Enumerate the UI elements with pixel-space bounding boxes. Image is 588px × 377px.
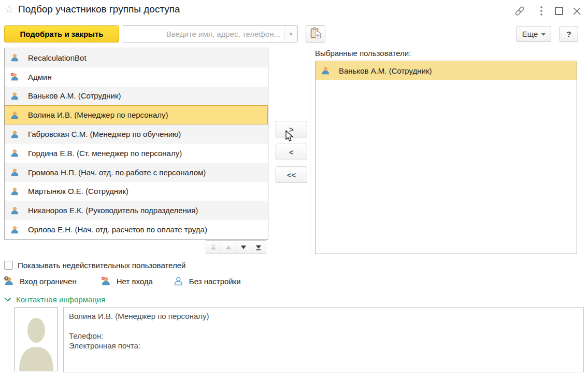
more-button[interactable]: Еще (517, 26, 551, 42)
list-item[interactable]: Ваньков А.М. (Сотрудник) (5, 87, 268, 106)
move-down-button[interactable] (236, 240, 251, 254)
user-icon (10, 92, 19, 100)
legend-label: Вход ограничен (20, 277, 77, 286)
list-item-label: Мартынюк О.Е. (Сотрудник) (28, 187, 128, 196)
list-item-label: Ваньков А.М. (Сотрудник) (28, 91, 121, 100)
list-item-label: Ваньков А.М. (Сотрудник) (339, 66, 432, 75)
user-status-legend: Вход ограниченНет входаБез настройки (4, 276, 241, 286)
user-icon (10, 53, 19, 62)
user-photo-placeholder (15, 307, 58, 371)
legend-item: Без настройки (174, 276, 241, 286)
person-silhouette-icon (15, 311, 58, 371)
user-icon (10, 130, 19, 138)
user-restricted-icon (4, 276, 14, 286)
user-icon (10, 168, 19, 176)
selected-users-label: Выбранные пользователи: (315, 49, 411, 58)
more-button-label: Еще (522, 30, 538, 38)
contact-info-line (69, 321, 578, 331)
list-item[interactable]: Габровская С.М. (Менеджер по обучению) (5, 124, 268, 144)
favorite-star-icon[interactable]: ☆ (4, 3, 14, 16)
list-item-label: Волина И.В. (Менеджер по персоналу) (28, 110, 168, 119)
list-item-label: RecalculationBot (28, 53, 87, 62)
show-invalid-users-checkbox[interactable] (4, 261, 13, 270)
list-item[interactable]: Громова Н.П. (Нач. отд. по работе с перс… (5, 163, 268, 182)
clipboard-paste-icon (310, 27, 321, 41)
list-item[interactable]: Гордина Е.В. (Ст. менеджер по персоналу) (5, 144, 268, 163)
list-item-label: Орлова Е.Н. (Нач. отд. расчетов по оплат… (28, 225, 207, 234)
close-icon[interactable] (570, 5, 583, 17)
chevron-collapse-icon (4, 297, 11, 302)
list-item[interactable]: RecalculationBot (5, 48, 268, 67)
user-no-entry-icon (101, 276, 111, 286)
contact-info-line: Электронная почта: (69, 341, 578, 351)
list-item[interactable]: Никаноров Е.К. (Руководитель подразделен… (5, 201, 268, 220)
down-arrow-icon (240, 244, 247, 250)
user-no-entry-icon (10, 73, 19, 81)
user-outline-icon (174, 276, 183, 286)
available-users-list[interactable]: RecalculationBotАдминВаньков А.М. (Сотру… (4, 48, 268, 240)
list-item-label: Габровская С.М. (Менеджер по обучению) (28, 130, 181, 138)
transfer-buttons: ><<< (276, 121, 307, 183)
search-input[interactable] (123, 26, 284, 42)
help-button[interactable]: ? (560, 26, 578, 42)
user-icon (10, 111, 19, 119)
search-box: × (123, 25, 298, 43)
contact-info-line: Телефон: (69, 331, 578, 341)
group-separator (310, 47, 310, 257)
chevron-down-icon (541, 33, 546, 38)
list-item-label: Никаноров Е.К. (Руководитель подразделен… (28, 206, 198, 215)
list-item[interactable]: Ваньков А.М. (Сотрудник) (315, 61, 577, 80)
move-top-button[interactable] (206, 240, 221, 254)
list-item[interactable]: Волина И.В. (Менеджер по персоналу) (5, 105, 268, 124)
list-item-label: Громова Н.П. (Нач. отд. по работе с перс… (28, 168, 206, 177)
up-arrow-icon (225, 244, 232, 250)
list-item-label: Гордина Е.В. (Ст. менеджер по персоналу) (28, 149, 182, 158)
list-item[interactable]: Мартынюк О.Е. (Сотрудник) (5, 182, 268, 201)
user-icon (10, 226, 19, 234)
contact-info-line: Волина И.В. (Менеджер по персоналу) (69, 311, 578, 321)
list-item[interactable]: Орлова Е.Н. (Нач. отд. расчетов по оплат… (5, 220, 268, 239)
dialog-window: ☆ Подбор участников группы доступа Подоб… (0, 0, 588, 377)
list-item-label: Админ (28, 73, 52, 81)
move-up-button[interactable] (221, 240, 236, 254)
user-icon (10, 206, 19, 215)
legend-label: Нет входа (117, 277, 153, 286)
transfer-remove-button[interactable]: < (276, 144, 307, 160)
user-icon (10, 187, 19, 196)
window-title: Подбор участников группы доступа (18, 4, 180, 15)
bottom-arrow-icon (255, 244, 262, 250)
contact-info-section-toggle[interactable]: Контактная информация (4, 295, 105, 304)
show-invalid-users-label: Показывать недействительных пользователе… (18, 261, 185, 270)
paste-button[interactable] (306, 25, 325, 43)
kebab-menu-icon[interactable] (535, 5, 548, 17)
top-arrow-icon (210, 244, 217, 250)
move-bottom-button[interactable] (251, 240, 266, 254)
legend-item: Нет входа (101, 276, 153, 286)
legend-item: Вход ограничен (4, 276, 77, 286)
list-item[interactable]: Админ (5, 67, 268, 87)
user-icon (10, 149, 19, 157)
transfer-add-button[interactable]: > (276, 121, 307, 137)
contact-info-section-title: Контактная информация (16, 295, 105, 304)
search-clear-icon[interactable]: × (284, 26, 297, 42)
transfer-remove-all-button[interactable]: << (276, 166, 307, 183)
list-move-buttons (206, 240, 266, 254)
user-icon (321, 66, 330, 75)
contact-info-field: Волина И.В. (Менеджер по персоналу) Теле… (63, 307, 584, 372)
link-icon[interactable] (513, 5, 526, 17)
legend-label: Без настройки (189, 277, 241, 286)
selected-users-list[interactable]: Ваньков А.М. (Сотрудник) (315, 61, 577, 254)
maximize-icon[interactable] (552, 5, 566, 17)
pick-and-close-button[interactable]: Подобрать и закрыть (4, 25, 119, 43)
